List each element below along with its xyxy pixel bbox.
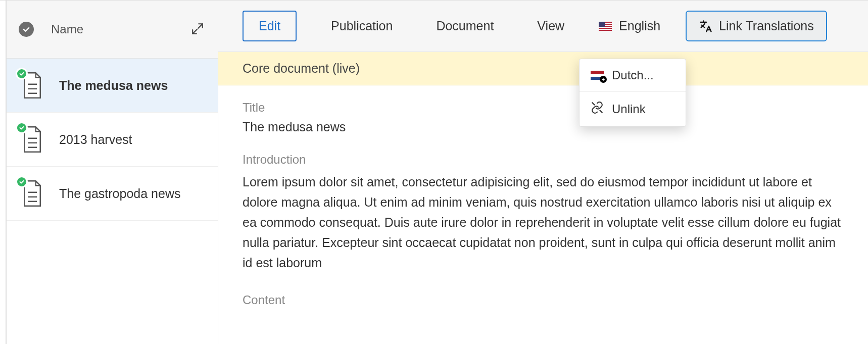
- view-menu[interactable]: View: [528, 12, 573, 40]
- translate-icon: [699, 19, 713, 33]
- field-label-introduction: Introduction: [243, 153, 844, 167]
- document-content: Title The medusa news Introduction Lorem…: [218, 85, 868, 327]
- unlink-icon: [591, 101, 604, 117]
- document-icon: [20, 180, 45, 207]
- flag-us-icon: [599, 22, 612, 31]
- document-menu[interactable]: Document: [427, 12, 503, 40]
- banner-text: Core document (live): [243, 61, 360, 75]
- list-item-label: 2013 harvest: [59, 131, 205, 148]
- status-published-icon: [16, 176, 28, 188]
- dropdown-item-unlink[interactable]: Unlink: [580, 91, 686, 126]
- main-panel: Edit Publication Document View English: [218, 1, 868, 344]
- document-label: Document: [436, 19, 494, 33]
- link-translations-label: Link Translations: [719, 19, 814, 33]
- language-label: English: [619, 19, 660, 33]
- field-value-introduction: Lorem ipsum dolor sit amet, consectetur …: [243, 172, 844, 273]
- app-root: Name: [0, 0, 868, 344]
- expand-icon: [191, 22, 204, 37]
- document-icon: [20, 72, 45, 99]
- language-selector[interactable]: English: [599, 19, 660, 33]
- flag-nl-icon: +: [591, 71, 604, 80]
- publication-label: Publication: [331, 19, 393, 33]
- publication-menu[interactable]: Publication: [322, 12, 402, 40]
- field-label-title: Title: [243, 101, 844, 115]
- svg-line-10: [600, 110, 602, 112]
- list-item-label: The gastropoda news: [59, 185, 205, 202]
- dropdown-item-label: Dutch...: [612, 68, 654, 82]
- status-banner: Core document (live): [218, 52, 868, 85]
- field-value-title: The medusa news: [243, 120, 844, 134]
- expand-panel-button[interactable]: [189, 21, 206, 37]
- add-badge-icon: +: [600, 76, 607, 83]
- field-label-content: Content: [243, 293, 844, 307]
- status-published-icon: [16, 68, 28, 80]
- left-gutter: [0, 1, 6, 344]
- dropdown-item-label: Unlink: [612, 102, 646, 116]
- list-item[interactable]: The gastropoda news: [7, 167, 218, 221]
- edit-button[interactable]: Edit: [243, 11, 297, 41]
- column-header-name[interactable]: Name: [51, 22, 83, 36]
- document-icon: [20, 126, 45, 153]
- document-list: The medusa news 2013 harvest: [7, 59, 218, 344]
- dropdown-item-dutch[interactable]: + Dutch...: [580, 59, 686, 91]
- status-published-icon: [16, 122, 28, 134]
- list-item[interactable]: The medusa news: [7, 59, 218, 113]
- toolbar: Edit Publication Document View English: [218, 1, 868, 52]
- list-item-label: The medusa news: [59, 77, 205, 94]
- list-item[interactable]: 2013 harvest: [7, 113, 218, 167]
- edit-label: Edit: [259, 19, 280, 33]
- select-all-icon[interactable]: [19, 22, 34, 37]
- view-label: View: [537, 19, 564, 33]
- sidebar: Name: [6, 1, 218, 344]
- translations-dropdown: + Dutch... Unlink: [579, 59, 686, 127]
- svg-line-9: [592, 103, 594, 105]
- sidebar-header: Name: [7, 1, 218, 59]
- link-translations-button[interactable]: Link Translations: [686, 11, 827, 41]
